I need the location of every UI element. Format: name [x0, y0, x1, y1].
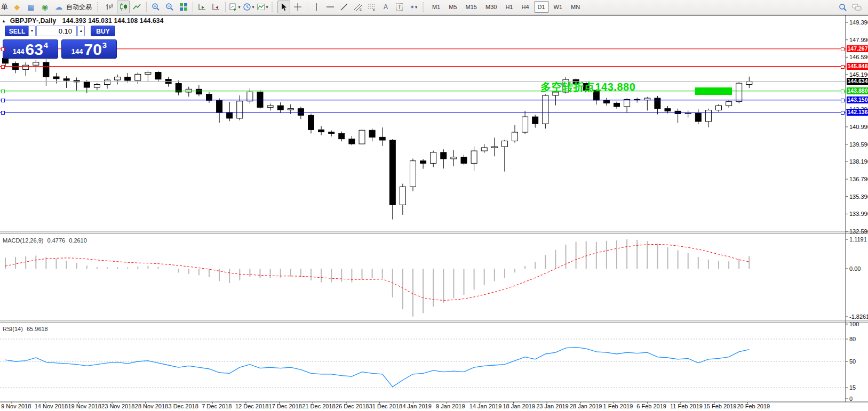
candle-body — [318, 130, 324, 132]
autotrade-button[interactable]: 自动交易 — [66, 3, 92, 12]
line-start-marker — [1, 99, 5, 102]
candle-body — [63, 79, 69, 80]
price-tick-label: 133.990 — [849, 211, 868, 217]
candle-body — [420, 161, 426, 164]
collapse-arrow-icon[interactable]: ▲ — [2, 19, 6, 23]
line-end-marker — [841, 47, 845, 51]
line-end-marker — [841, 90, 845, 93]
auto-scroll-icon[interactable] — [196, 1, 209, 13]
text-label-icon[interactable]: T — [393, 1, 406, 13]
buy-button[interactable]: BUY — [91, 26, 115, 36]
equidistant-channel-icon[interactable]: E — [352, 1, 364, 13]
candle-body — [746, 82, 752, 85]
date-tick-label: 17 Dec 2018 — [269, 403, 302, 409]
date-tick-label: 18 Jan 2019 — [503, 403, 536, 409]
candle-body — [84, 82, 90, 87]
date-tick-label: 23 Nov 2018 — [101, 403, 134, 409]
candle-body — [217, 100, 222, 112]
line-chart-icon[interactable] — [131, 1, 144, 13]
timeframe-button-m30[interactable]: M30 — [482, 1, 500, 13]
candle-body — [227, 112, 233, 118]
chart-shift-icon[interactable] — [210, 1, 222, 13]
indicators-icon[interactable]: ▾ — [256, 1, 269, 13]
chat-icon[interactable] — [850, 1, 863, 14]
zoom-out-icon[interactable] — [163, 1, 176, 13]
price-line-tag: 143.880 — [847, 87, 868, 94]
candle-body — [736, 83, 742, 102]
trendline-icon[interactable] — [338, 1, 351, 13]
toolbar-drag-handle[interactable] — [272, 2, 275, 12]
candlestick-chart-icon[interactable] — [117, 1, 130, 13]
crosshair-icon[interactable] — [291, 1, 304, 13]
sell-price-display[interactable]: 144634 — [3, 39, 58, 59]
chart-window[interactable]: ▲ GBPJPY-,Daily 144.393 145.031 144.108 … — [0, 15, 868, 411]
candle-body — [695, 113, 701, 122]
candle-body — [155, 72, 161, 79]
zoom-in-icon[interactable] — [149, 1, 162, 13]
arrows-icon[interactable]: ✦▾ — [407, 1, 420, 13]
volume-up-button[interactable]: ▲ — [77, 26, 85, 36]
buy-price-display[interactable]: 144703 — [61, 39, 117, 59]
autotrade-cloud-icon[interactable]: ☁ — [52, 1, 65, 13]
new-order-button[interactable]: 单 — [1, 2, 8, 12]
sell-button[interactable]: SELL — [5, 26, 29, 36]
bar-chart-icon[interactable] — [103, 1, 116, 13]
candle-body — [451, 157, 457, 159]
candle-body — [3, 58, 9, 63]
candle-body — [277, 106, 283, 110]
timeframe-button-d1[interactable]: D1 — [534, 1, 549, 13]
candle-body — [705, 110, 711, 121]
candle-body — [145, 72, 151, 75]
date-tick-label: 20 Feb 2019 — [737, 403, 770, 409]
market-watch-icon[interactable]: ◆ — [11, 1, 23, 13]
line-start-marker — [1, 111, 5, 115]
volume-down-button[interactable]: ▼ — [28, 26, 36, 36]
candle-body — [369, 130, 375, 137]
one-click-trading-panel: SELL ▼ ▲ BUY 144634 144703 — [3, 25, 117, 59]
candle-body — [543, 95, 548, 124]
signal-icon[interactable]: ◉ — [38, 1, 51, 13]
date-tick-label: 15 Feb 2019 — [704, 403, 737, 409]
chart-window-icon[interactable]: ▦ — [25, 1, 37, 13]
candle-body — [196, 89, 202, 94]
periods-clock-icon[interactable]: ▾ — [242, 1, 255, 13]
rsi-line — [5, 347, 749, 386]
timeframe-button-h4[interactable]: H4 — [517, 1, 532, 13]
candle-body — [431, 152, 436, 164]
price-tick-label: 146.590 — [849, 54, 868, 60]
cursor-icon[interactable] — [277, 1, 290, 13]
volume-input[interactable] — [36, 26, 77, 36]
candle-body — [685, 113, 691, 114]
mt4-terminal: 单 ◆ ▦ ◉ ☁ 自动交易 — [0, 0, 868, 411]
rsi-value: 65.9618 — [27, 326, 48, 332]
candle-body — [206, 94, 212, 101]
green-box-object — [695, 87, 732, 95]
candle-body — [726, 102, 732, 106]
timeframe-button-m15[interactable]: M15 — [462, 1, 481, 13]
text-icon[interactable]: A — [379, 1, 392, 13]
line-start-marker — [1, 90, 5, 93]
candle-body — [308, 115, 314, 130]
candle-body — [339, 133, 345, 139]
chart-canvas[interactable] — [0, 15, 868, 411]
candle-body — [716, 106, 722, 110]
horizontal-line-icon[interactable] — [324, 1, 337, 13]
candle-body — [481, 148, 487, 151]
candle-body — [410, 161, 416, 187]
price-line-tag: 147.267 — [847, 45, 868, 52]
toolbar-drag-handle[interactable] — [423, 2, 426, 12]
timeframe-button-w1[interactable]: W1 — [550, 1, 567, 13]
toolbar-drag-handle[interactable] — [97, 2, 100, 12]
fibonacci-icon[interactable]: F — [365, 1, 378, 13]
candle-body — [501, 141, 507, 147]
candle-body — [665, 109, 671, 111]
timeframe-button-mn[interactable]: MN — [567, 1, 584, 13]
timeframe-button-h1[interactable]: H1 — [501, 1, 516, 13]
candle-body — [359, 130, 365, 144]
vertical-line-icon[interactable] — [310, 1, 323, 13]
tile-windows-icon[interactable] — [177, 1, 190, 13]
timeframe-button-m1[interactable]: M1 — [428, 1, 444, 13]
timeframe-button-m5[interactable]: M5 — [445, 1, 460, 13]
search-icon[interactable] — [837, 1, 849, 14]
new-chart-icon[interactable]: ▾ — [228, 1, 241, 13]
